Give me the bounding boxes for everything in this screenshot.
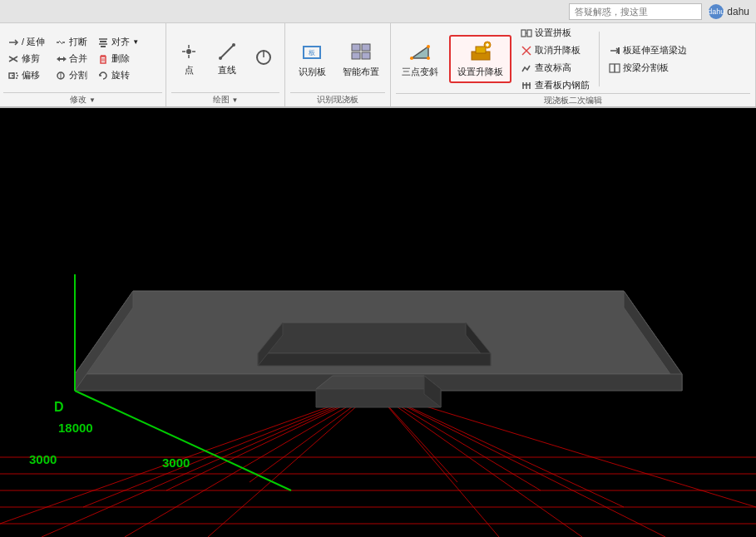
- cancel-raised-board-button[interactable]: 取消升降板: [516, 42, 594, 58]
- dim-3000-v-label: 3000: [29, 452, 57, 466]
- svg-line-7: [59, 41, 62, 44]
- svg-point-37: [427, 45, 430, 48]
- set-raised-board-button[interactable]: 设置升降板: [449, 35, 511, 83]
- dim-d-label: D: [54, 400, 64, 414]
- svg-line-62: [42, 391, 374, 537]
- circle-button[interactable]: [248, 35, 279, 83]
- extend-to-wall-icon: [609, 45, 620, 57]
- offset-button[interactable]: 偏移: [3, 67, 49, 83]
- stretch-button[interactable]: / 延伸: [3, 34, 49, 50]
- svg-point-24: [219, 57, 222, 60]
- check-elevation-button[interactable]: 查改标高: [516, 60, 594, 76]
- group-identify: 板 识别板 智能布置 识别现浇板: [285, 23, 391, 106]
- set-raised-board-icon: [469, 40, 492, 63]
- svg-line-72: [374, 391, 624, 507]
- rotate-icon: [97, 70, 109, 81]
- svg-rect-3: [9, 73, 14, 78]
- ribbon: dahu dahu / 延伸 修剪: [0, 0, 756, 108]
- align-icon: [97, 37, 109, 48]
- identify-board-icon: 板: [300, 40, 324, 63]
- point-icon: [179, 42, 199, 62]
- three-point-slope-button[interactable]: 三点变斜: [396, 35, 444, 83]
- canvas-viewport: D 18000 3000 3000: [0, 108, 756, 537]
- svg-line-69: [374, 391, 665, 537]
- three-point-slope-icon: [408, 40, 432, 63]
- axis-x: [75, 391, 291, 490]
- svg-line-70: [374, 391, 582, 537]
- dim-18000-label: 18000: [58, 421, 93, 435]
- svg-rect-13: [101, 46, 106, 47]
- svg-point-18: [186, 49, 191, 54]
- merge-button[interactable]: 合并: [51, 51, 91, 67]
- line-button[interactable]: 直线: [210, 35, 245, 83]
- dim-3000-h-label: 3000: [162, 456, 190, 470]
- svg-rect-39: [476, 47, 486, 53]
- draw-group-label: 绘图 ▼: [171, 92, 279, 106]
- identify-group-label: 识别现浇板: [290, 92, 385, 106]
- group-second-edit: 三点变斜 设置升降板: [391, 23, 756, 106]
- pedestal-top: [316, 376, 441, 389]
- svg-text:板: 板: [308, 49, 315, 57]
- svg-line-65: [83, 391, 374, 507]
- group-draw: 点 直线 绘图 ▼: [166, 23, 285, 106]
- top-bar: dahu dahu: [0, 0, 756, 23]
- grid-horizontal: [0, 457, 756, 524]
- check-elevation-icon: [521, 62, 532, 74]
- line-icon: [217, 42, 237, 62]
- identify-board-button[interactable]: 板 识别板: [290, 35, 334, 83]
- smart-layout-button[interactable]: 智能布置: [337, 35, 385, 83]
- ribbon-main: / 延伸 修剪 偏移 打断: [0, 23, 756, 106]
- align-button[interactable]: 对齐 ▼: [93, 34, 143, 50]
- recess-top: [258, 323, 491, 353]
- cancel-raised-board-icon: [521, 45, 532, 57]
- modify-group-label: 修改 ▼: [3, 92, 162, 106]
- svg-rect-44: [527, 30, 531, 37]
- user-avatar: dahu: [709, 4, 724, 19]
- trim-button[interactable]: 修剪: [3, 51, 49, 67]
- point-button[interactable]: 点: [171, 35, 206, 83]
- user-name: dahu: [727, 6, 749, 17]
- svg-line-71: [374, 391, 499, 537]
- split-by-beam-button[interactable]: 按梁分割板: [605, 60, 691, 76]
- stretch-icon: [7, 37, 19, 48]
- duan-icon: [55, 37, 67, 48]
- group-modify: / 延伸 修剪 偏移 打断: [0, 23, 166, 106]
- svg-marker-34: [412, 47, 428, 58]
- svg-rect-4: [12, 73, 17, 78]
- svg-point-25: [232, 43, 235, 47]
- circle-icon: [254, 47, 274, 67]
- svg-point-36: [427, 57, 430, 60]
- delete-icon: [97, 53, 109, 65]
- svg-rect-14: [101, 57, 106, 63]
- svg-rect-32: [352, 52, 360, 59]
- svg-rect-33: [362, 52, 370, 59]
- smart-layout-icon: [349, 40, 373, 63]
- user-area: dahu dahu: [709, 4, 749, 19]
- svg-line-23: [220, 45, 234, 58]
- scene-svg: D 18000 3000 3000: [0, 108, 756, 537]
- check-board-rebar-button[interactable]: 查看板内钢筋: [516, 77, 594, 93]
- svg-point-35: [410, 57, 413, 60]
- split-icon: [55, 70, 67, 81]
- offset-icon: [7, 70, 19, 81]
- extend-to-wall-button[interactable]: 板延伸至墙梁边: [605, 42, 691, 58]
- grid-perspective: [0, 391, 756, 537]
- check-board-rebar-icon: [521, 80, 532, 91]
- split-by-beam-icon: [609, 62, 620, 74]
- svg-rect-30: [352, 44, 360, 51]
- 打断-button[interactable]: 打断: [51, 34, 91, 50]
- merge-icon: [55, 53, 67, 65]
- trim-icon: [7, 53, 19, 65]
- svg-rect-11: [100, 41, 106, 42]
- svg-line-68: [374, 391, 756, 507]
- set-combined-board-button[interactable]: 设置拼板: [516, 25, 594, 41]
- set-combined-board-icon: [521, 27, 532, 39]
- delete-button[interactable]: 删除: [93, 51, 143, 67]
- search-input[interactable]: [569, 3, 702, 20]
- recess-front: [258, 353, 491, 366]
- svg-rect-31: [362, 44, 370, 51]
- rotate-button[interactable]: 旋转: [93, 67, 143, 83]
- second-edit-group-label: 现浇板二次编辑: [396, 93, 750, 106]
- split-button[interactable]: 分割: [51, 67, 91, 83]
- pedestal-front: [316, 389, 441, 407]
